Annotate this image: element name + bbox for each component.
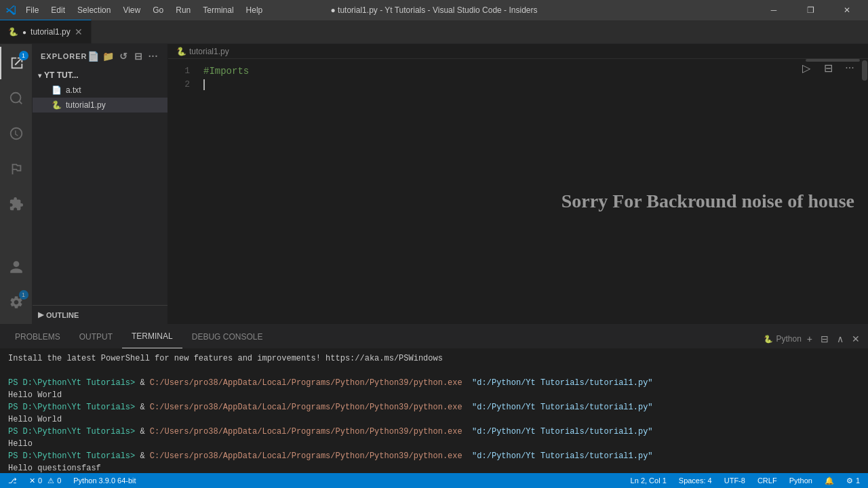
status-language[interactable]: Python (787, 473, 815, 488)
status-line-ending[interactable]: CRLF (755, 473, 780, 488)
maximize-button[interactable]: ❐ (795, 0, 826, 20)
sidebar: Explorer 📄 📁 ↺ ⊟ ··· ▾ YT TUT... 📄 a.txt (33, 44, 168, 324)
menu-terminal[interactable]: Terminal (197, 4, 239, 16)
statusbar-right: Ln 2, Col 1 Spaces: 4 UTF-8 CRLF Python … (628, 473, 863, 488)
error-count: 0 (38, 476, 42, 485)
panel-chevron-up[interactable]: ∧ (834, 332, 846, 346)
warning-icon: ⚠ (47, 476, 54, 485)
tab-tutorial1[interactable]: 🐍 ● tutorial1.py ✕ (0, 20, 92, 43)
code-comment: #Imports (203, 64, 249, 78)
panel: PROBLEMS OUTPUT TERMINAL DEBUG CONSOLE 🐍… (0, 324, 868, 473)
folder-chevron-icon: ▾ (38, 72, 41, 79)
status-bar: ⎇ ✕ 0 ⚠ 0 Python 3.9.0 64-bit Ln 2, Col … (0, 473, 868, 488)
status-spaces[interactable]: Spaces: 4 (676, 473, 715, 488)
sidebar-header: Explorer 📄 📁 ↺ ⊟ ··· (33, 44, 167, 68)
menu-edit[interactable]: Edit (45, 4, 71, 16)
code-content[interactable]: #Imports (195, 59, 861, 324)
panel-tab-terminal[interactable]: TERMINAL (122, 325, 182, 348)
code-editor[interactable]: 1 2 #Imports (168, 59, 868, 324)
code-line-1: #Imports (203, 64, 853, 78)
python-label-text: Python (776, 334, 801, 344)
panel-tab-problems[interactable]: PROBLEMS (5, 325, 70, 348)
scrollbar-thumb[interactable] (862, 60, 867, 81)
outline-chevron-icon: ▶ (38, 310, 43, 319)
menu-go[interactable]: Go (147, 4, 169, 16)
vertical-scrollbar[interactable] (861, 59, 868, 324)
menu-file[interactable]: File (20, 4, 44, 16)
panel-tab-output[interactable]: OUTPUT (70, 325, 122, 348)
sidebar-title: Explorer (41, 52, 87, 60)
line-ending-text: CRLF (757, 476, 777, 485)
activity-bar-bottom: 1 (0, 251, 33, 324)
terminal-line: PS D:\Python\Yt Tutorials> & C:/Users/pr… (8, 426, 860, 438)
terminal-line: Hello World (8, 413, 860, 426)
spaces-text: Spaces: 4 (679, 476, 712, 485)
settings-icon: ⚙ (846, 476, 853, 485)
menu-selection[interactable]: Selection (72, 4, 116, 16)
menu-help[interactable]: Help (241, 4, 269, 16)
editor-pane[interactable]: 🐍 tutorial1.py ▷ ⊟ ··· 1 2 #Imports (168, 44, 868, 324)
line-num-1: 1 (168, 64, 190, 78)
terminal-line (8, 365, 860, 377)
code-line-2 (203, 78, 853, 92)
status-encoding[interactable]: UTF-8 (722, 473, 748, 488)
file-explorer: ▾ YT TUT... 📄 a.txt 🐍 tutorial1.py (33, 68, 167, 305)
activity-settings[interactable]: 1 (0, 286, 33, 319)
activity-account[interactable] (0, 251, 33, 283)
content-area: 1 (0, 44, 868, 324)
svg-point-0 (10, 93, 20, 103)
close-button[interactable]: ✕ (831, 0, 863, 20)
outline-section[interactable]: ▶ OUTLINE (33, 305, 167, 324)
python-icon: 🐍 (764, 335, 773, 344)
activity-extensions[interactable] (0, 188, 33, 220)
terminal-line: Install the latest PowerShell for new fe… (8, 352, 860, 365)
status-notifications[interactable]: 🔔 (822, 473, 837, 488)
folder-header[interactable]: ▾ YT TUT... (33, 68, 167, 83)
panel-close[interactable]: ✕ (849, 332, 863, 346)
explorer-badge: 1 (19, 51, 28, 60)
status-branch[interactable]: ⎇ (5, 473, 20, 488)
terminal-line: Hello (8, 438, 860, 450)
window-controls: ─ ❐ ✕ (758, 0, 863, 20)
refresh-button[interactable]: ↺ (117, 50, 130, 62)
encoding-text: UTF-8 (724, 476, 745, 485)
settings-count: 1 (856, 476, 860, 485)
file-name-tutorial1: tutorial1.py (66, 100, 106, 110)
menu-view[interactable]: View (117, 4, 146, 16)
file-item-atxt[interactable]: 📄 a.txt (33, 83, 167, 98)
line-num-2: 2 (168, 78, 190, 92)
panel-tab-debug[interactable]: DEBUG CONSOLE (182, 325, 273, 348)
line-numbers: 1 2 (168, 59, 195, 324)
new-file-button[interactable]: 📄 (87, 50, 100, 62)
panel-add-terminal[interactable]: + (804, 332, 815, 346)
new-folder-button[interactable]: 📁 (102, 50, 115, 62)
outline-label: OUTLINE (46, 311, 79, 319)
status-ln-col[interactable]: Ln 2, Col 1 (628, 473, 669, 488)
terminal-content[interactable]: Install the latest PowerShell for new fe… (0, 348, 868, 473)
activity-debug[interactable] (0, 152, 33, 185)
status-errors[interactable]: ✕ 0 ⚠ 0 (26, 473, 64, 488)
activity-search[interactable] (0, 82, 33, 115)
tab-bar: 🐍 ● tutorial1.py ✕ (0, 20, 868, 44)
collapse-all-button[interactable]: ⊟ (132, 50, 144, 62)
tab-close-button[interactable]: ✕ (75, 26, 83, 37)
statusbar-left: ⎇ ✕ 0 ⚠ 0 Python 3.9.0 64-bit (5, 473, 139, 488)
more-actions-button[interactable]: ··· (147, 50, 159, 62)
activity-git[interactable] (0, 117, 33, 150)
minimize-button[interactable]: ─ (758, 0, 789, 20)
panel-split-terminal[interactable]: ⊟ (818, 332, 831, 346)
status-settings[interactable]: ⚙ 1 (844, 473, 863, 488)
folder-name: YT TUT... (44, 70, 79, 80)
file-py-icon: 🐍 (52, 100, 62, 110)
file-item-tutorial1[interactable]: 🐍 tutorial1.py (33, 98, 167, 113)
status-python-version[interactable]: Python 3.9.0 64-bit (71, 473, 138, 488)
breadcrumb-file-icon: 🐍 (176, 47, 186, 56)
breadcrumb-filename: tutorial1.py (189, 47, 229, 56)
activity-explorer[interactable]: 1 (0, 47, 33, 79)
file-name-atxt: a.txt (66, 85, 81, 95)
text-cursor (203, 79, 205, 90)
panel-tabs-left: PROBLEMS OUTPUT TERMINAL DEBUG CONSOLE (5, 325, 272, 348)
menu-run[interactable]: Run (170, 4, 196, 16)
panel-python-label: 🐍 Python (764, 334, 801, 344)
bell-icon: 🔔 (825, 476, 834, 485)
